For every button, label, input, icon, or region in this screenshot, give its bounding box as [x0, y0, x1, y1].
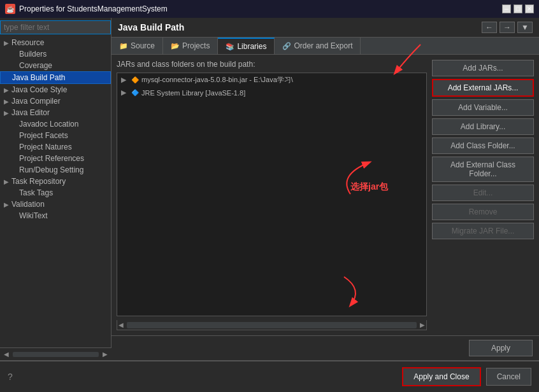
- sidebar-item-label: Task Repository: [11, 177, 66, 186]
- sidebar-bottom-scroll: ◀ ▶: [0, 347, 111, 360]
- sidebar-item-run-debug[interactable]: Run/Debug Setting: [0, 164, 111, 176]
- tab-order-export[interactable]: 🔗 Order and Export: [275, 38, 361, 54]
- nav-forward-button[interactable]: →: [499, 22, 515, 33]
- tab-order-export-label: Order and Export: [294, 41, 352, 50]
- panel-title: Java Build Path: [118, 22, 184, 32]
- app-icon: ☕: [5, 4, 15, 14]
- sidebar-item-coverage[interactable]: Coverage: [0, 60, 111, 71]
- add-external-class-folder-button[interactable]: Add External Class Folder...: [432, 157, 534, 182]
- tab-libraries[interactable]: 📚 Libraries: [218, 38, 275, 54]
- jar-file-icon: 🔶: [131, 76, 139, 83]
- sidebar-item-label: Resource: [11, 38, 44, 47]
- migrate-jar-button[interactable]: Migrate JAR File...: [432, 223, 534, 239]
- sidebar-item-project-natures[interactable]: Project Natures: [0, 141, 111, 153]
- add-variable-button[interactable]: Add Variable...: [432, 99, 534, 116]
- tab-source-label: Source: [131, 41, 155, 50]
- sidebar-item-java-code-style[interactable]: ▶ Java Code Style: [0, 84, 111, 95]
- list-footer: ◀ ▶: [117, 320, 427, 330]
- sidebar-item-java-compiler[interactable]: ▶ Java Compiler: [0, 95, 111, 107]
- scroll-track[interactable]: [13, 352, 99, 357]
- sidebar-item-builders[interactable]: Builders: [0, 48, 111, 60]
- scroll-right-btn[interactable]: ▶: [101, 349, 109, 359]
- sidebar-item-label: Run/Debug Setting: [19, 165, 83, 174]
- sidebar-item-java-build-path[interactable]: Java Build Path: [0, 71, 111, 84]
- hscroll-track[interactable]: [127, 322, 417, 328]
- panel-header: Java Build Path ← → ▼: [111, 18, 539, 38]
- sidebar-item-project-facets[interactable]: Project Facets: [0, 130, 111, 141]
- window-title: Properties for StudentsManagementSystem: [19, 4, 498, 13]
- apply-close-button[interactable]: Apply and Close: [402, 367, 480, 386]
- sidebar-item-label: Project Natures: [19, 143, 72, 151]
- add-jars-button[interactable]: Add JARs...: [432, 60, 534, 76]
- apply-bar: Apply: [111, 335, 539, 360]
- window-controls[interactable]: ─ □ ✕: [502, 4, 534, 13]
- add-library-button[interactable]: Add Library...: [432, 118, 534, 135]
- add-external-jars-button[interactable]: Add External JARs...: [432, 79, 534, 97]
- apply-button[interactable]: Apply: [469, 340, 533, 356]
- sidebar: ▶ Resource Builders Coverage Java Build …: [0, 18, 111, 360]
- jar-entry-label: JRE System Library [JavaSE-1.8]: [141, 89, 245, 97]
- expand-arrow: ▶: [4, 178, 11, 185]
- expand-arrow: ▶: [4, 39, 11, 46]
- sidebar-item-label: Java Build Path: [12, 73, 65, 82]
- sidebar-scrollbar: ◀ ▶: [0, 347, 111, 360]
- expand-icon: ▶: [121, 76, 129, 84]
- sidebar-item-label: Java Compiler: [11, 97, 61, 106]
- sidebar-item-project-references[interactable]: Project References: [0, 153, 111, 164]
- maximize-button[interactable]: □: [514, 4, 522, 13]
- help-button[interactable]: ?: [8, 372, 13, 382]
- sidebar-item-task-tags[interactable]: Task Tags: [0, 187, 111, 199]
- nav-back-button[interactable]: ←: [482, 22, 497, 33]
- hscroll-right[interactable]: ▶: [419, 320, 426, 330]
- sidebar-item-label: WikiText: [19, 211, 48, 220]
- jar-entry-label: mysql-connector-java-5.0.8-bin.jar - E:\…: [141, 75, 293, 85]
- libraries-tab-icon: 📚: [226, 43, 234, 51]
- tab-source[interactable]: 📁 Source: [111, 38, 163, 54]
- jar-list[interactable]: ▶ 🔶 mysql-connector-java-5.0.8-bin.jar -…: [117, 73, 427, 316]
- sidebar-item-label: Validation: [11, 200, 45, 209]
- hscroll-left[interactable]: ◀: [117, 320, 125, 330]
- filter-input[interactable]: [0, 20, 111, 34]
- sidebar-item-label: Coverage: [19, 61, 52, 70]
- sidebar-item-label: Project Facets: [19, 131, 68, 140]
- sidebar-item-validation[interactable]: ▶ Validation: [0, 199, 111, 210]
- tab-libraries-label: Libraries: [237, 42, 266, 51]
- close-button[interactable]: ✕: [525, 4, 534, 13]
- build-path-description: JARs and class folders on the build path…: [117, 60, 427, 69]
- sidebar-item-label: Javadoc Location: [19, 120, 78, 129]
- right-buttons: Add JARs... Add External JARs... Add Var…: [432, 60, 534, 330]
- sidebar-item-label: Task Tags: [19, 188, 53, 197]
- sidebar-item-java-editor[interactable]: ▶ Java Editor: [0, 107, 111, 118]
- footer: ? Apply and Close Cancel: [0, 360, 539, 392]
- expand-arrow: ▶: [4, 87, 11, 94]
- add-class-folder-button[interactable]: Add Class Folder...: [432, 137, 534, 154]
- sidebar-item-wikitext[interactable]: WikiText: [0, 210, 111, 221]
- main-panel: Java Build Path ← → ▼ 📁 Source 📂 Project…: [111, 18, 539, 360]
- sidebar-item-label: Java Code Style: [11, 85, 67, 94]
- jar-entry-mysql[interactable]: ▶ 🔶 mysql-connector-java-5.0.8-bin.jar -…: [117, 73, 426, 87]
- expand-arrow: ▶: [4, 98, 11, 105]
- nav-menu-button[interactable]: ▼: [517, 22, 533, 33]
- expand-icon: ▶: [121, 88, 129, 97]
- sidebar-item-label: Project References: [19, 154, 84, 163]
- projects-tab-icon: 📂: [171, 42, 180, 50]
- titlebar: ☕ Properties for StudentsManagementSyste…: [0, 0, 539, 18]
- content-area: ▶ Resource Builders Coverage Java Build …: [0, 18, 539, 360]
- source-tab-icon: 📁: [119, 42, 128, 50]
- tab-projects[interactable]: 📂 Projects: [163, 38, 218, 54]
- order-tab-icon: 🔗: [282, 42, 291, 50]
- panel-body: JARs and class folders on the build path…: [111, 55, 539, 335]
- sidebar-item-task-repository[interactable]: ▶ Task Repository: [0, 176, 111, 187]
- minimize-button[interactable]: ─: [502, 4, 511, 13]
- edit-button[interactable]: Edit...: [432, 185, 534, 201]
- sidebar-item-javadoc-location[interactable]: Javadoc Location: [0, 118, 111, 130]
- main-container: ▶ Resource Builders Coverage Java Build …: [0, 18, 539, 392]
- nav-arrows: ← → ▼: [482, 22, 533, 33]
- sidebar-item-resource[interactable]: ▶ Resource: [0, 37, 111, 48]
- footer-actions: Apply and Close Cancel: [402, 367, 531, 386]
- scroll-left-btn[interactable]: ◀: [3, 349, 10, 359]
- left-section: JARs and class folders on the build path…: [117, 60, 427, 330]
- remove-button[interactable]: Remove: [432, 204, 534, 220]
- cancel-button[interactable]: Cancel: [486, 368, 531, 386]
- jar-entry-jre[interactable]: ▶ 🔷 JRE System Library [JavaSE-1.8]: [117, 87, 426, 99]
